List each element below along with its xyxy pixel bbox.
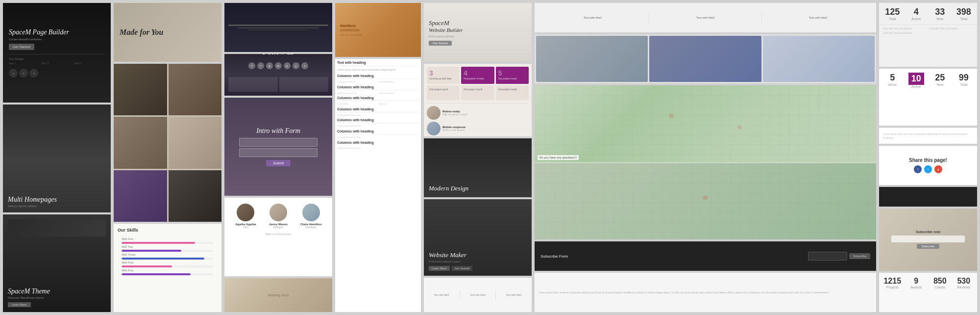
social-icon-3[interactable]: g: [266, 62, 273, 69]
subscribe-image-panel[interactable]: Subscribe now Subscribe: [879, 209, 977, 271]
social-icon-7[interactable]: v: [301, 62, 308, 69]
website-builder-panel[interactable]: SpaceM Website Builder Build amazing web…: [424, 3, 532, 62]
follow-us-title: Follow us: [263, 54, 294, 56]
maker-btn-1[interactable]: Learn More: [429, 266, 450, 271]
footer-text: Lorem ipsum dolor sit amet consectetur a…: [539, 290, 872, 294]
team-section: Retina ready High resolution support Mob…: [427, 103, 529, 136]
theme-btn[interactable]: Learn More: [8, 302, 31, 307]
subscribe-input[interactable]: [808, 252, 847, 261]
stat-mid-num-3: 25: [930, 73, 951, 83]
stat-mid-4: 99 Total: [953, 71, 976, 90]
column-4: NatWest •••• •••• •••• 1234 Text with he…: [335, 3, 421, 312]
steps-row-2: Get project result Get project result Ge…: [427, 85, 529, 100]
stats-header-panel: Text with title1 Text with title2 Text w…: [535, 3, 876, 32]
builder-btn[interactable]: Get Started: [429, 41, 452, 46]
strip-img-3: [763, 36, 875, 82]
design-item-1: Item 1: [9, 62, 39, 65]
svg-rect-0: [535, 85, 876, 162]
skill-bar-1: [122, 242, 214, 244]
made-for-you-panel[interactable]: Made for You: [114, 3, 221, 62]
header-divider-1: [649, 13, 649, 23]
our-skills-panel[interactable]: Our Skills Skill One Skill Two Skill Thr…: [114, 224, 221, 312]
social-icon-5[interactable]: p: [284, 62, 291, 69]
page-builder-title: SpaceM Page Builder: [9, 28, 105, 36]
stat-mid-2: 10 Active: [905, 71, 928, 90]
photo-grid-panel[interactable]: [114, 64, 221, 222]
svg-rect-3: [535, 163, 876, 240]
text-block-content: Lorem ipsum dolor sit amet consectetur a…: [883, 132, 973, 140]
portraits-row: Agatha Agatha CEO Jenny Mason Designer C…: [227, 201, 329, 232]
col-row-3: Lorem ipsum dolor sit: [337, 103, 419, 105]
social-icon-1[interactable]: f: [248, 62, 255, 69]
share-panel: Share this page! f t g: [879, 146, 977, 185]
dark-bar-panel: [879, 187, 977, 207]
col-labels-2: Cols with Text and Buttons: [883, 31, 973, 34]
header-line-2: [238, 27, 318, 28]
skill-bar-4: [122, 265, 214, 267]
col-lbl-a: Cols with Text and Buttons: [883, 27, 927, 30]
text-col-label-1: Text with title1: [426, 293, 458, 296]
maker-btn-2[interactable]: Get Started: [452, 266, 473, 271]
col-lbl-c: Cols with Text and Buttons: [883, 31, 927, 34]
final-lbl-1: Projects: [882, 286, 903, 289]
header-col-2: Text with title2: [651, 16, 760, 19]
column-7: 125 Total 4 Active 33 New 398 Total: [879, 3, 977, 312]
col-heading-2: Columns with heading: [337, 85, 419, 90]
thumb-2: [279, 77, 329, 92]
step-label-1: Coming up with idea: [429, 77, 457, 80]
subscribe2-btn[interactable]: Subscribe: [917, 244, 940, 249]
step-card-1: 3 Coming up with idea: [427, 67, 460, 84]
maps-panel[interactable]: Do you have any questions?: [535, 85, 876, 239]
multi-homepages-panel[interactable]: Multi Homepages Various layout options: [3, 105, 111, 212]
share-twitter[interactable]: t: [924, 165, 932, 173]
spacem-theme-panel[interactable]: SpaceM Theme Premium WordPress theme Lea…: [3, 214, 111, 312]
map-overlay-1: [535, 85, 876, 162]
website-maker-panel[interactable]: Website Maker Professional website creat…: [424, 199, 532, 276]
portrait-title-2: Designer: [263, 226, 294, 229]
portrait-circle-3: [302, 204, 320, 221]
office-panel[interactable]: Meeting room: [224, 278, 332, 312]
form-input-1[interactable]: [239, 138, 318, 147]
steps-row-1: 3 Coming up with idea 4 Realisation of i…: [427, 67, 529, 84]
form-input-2[interactable]: [239, 148, 318, 157]
dark-header-panel[interactable]: [224, 3, 332, 52]
team-row-2: Mobile response Works on all devices: [427, 122, 529, 135]
team-desc-2: Works on all devices: [442, 129, 466, 131]
content-text-1: Lorem ipsum dolor sit amet consectetur a…: [337, 68, 419, 72]
col-lbl-b: Cols with Text and Buttons: [929, 27, 973, 30]
process-steps-panel[interactable]: 3 Coming up with idea 4 Realisation of i…: [424, 64, 532, 136]
stat-top-4: 398 Total: [953, 5, 976, 23]
made-for-you-title: Made for You: [120, 28, 216, 37]
theme-screenshot: [8, 219, 106, 236]
subscribe2-input[interactable]: [891, 236, 965, 242]
grid-cell-4: [169, 117, 222, 168]
subscribe2-label: Subscribe now: [916, 230, 940, 234]
portrait-title-1: CEO: [230, 226, 261, 229]
final-stat-2: 9 Awards: [905, 275, 928, 291]
social-icon-6[interactable]: y: [293, 62, 299, 69]
column-6: Text with title1 Text with title2 Text w…: [535, 3, 876, 312]
map-1: Do you have any questions?: [535, 85, 876, 162]
subscribe-btn[interactable]: Subscribe: [849, 253, 870, 259]
form-submit-btn[interactable]: Submit: [266, 160, 291, 166]
modern-design-panel[interactable]: Modern Design: [424, 138, 532, 197]
website-builder-subtitle: Website Builder: [429, 27, 527, 33]
subscribe-bar-panel[interactable]: Subscribe Form Subscribe: [535, 241, 876, 271]
share-title: Share this page!: [909, 158, 947, 163]
people-panel[interactable]: Agatha Agatha CEO Jenny Mason Designer C…: [224, 198, 332, 276]
col-labels-row: Cols with Text and Buttons Cols with Tex…: [879, 25, 977, 36]
follow-us-panel[interactable]: Follow us f t g in p y v: [224, 54, 332, 96]
page-builder-panel[interactable]: SpaceM Page Builder Create beautiful web…: [3, 3, 111, 103]
intro-form-panel[interactable]: Intro with Form Submit: [224, 98, 332, 196]
strip-img-2: [649, 36, 761, 82]
page-builder-btn[interactable]: Get Started: [9, 44, 34, 50]
social-icon-2[interactable]: t: [257, 62, 264, 69]
content-panel[interactable]: Text with heading Lorem ipsum dolor sit …: [335, 59, 421, 312]
col-text-7: Lorem ipsum dolor sit amet: [337, 147, 419, 150]
social-icon-4[interactable]: in: [275, 62, 282, 69]
page-builder-subtitle: Create beautiful websites: [9, 38, 105, 41]
stats-grid-mid: 5 Items 10 Active 25 New 99 Total: [879, 69, 977, 92]
share-google[interactable]: g: [934, 165, 942, 173]
natwest-card-panel[interactable]: NatWest •••• •••• •••• 1234: [335, 3, 421, 57]
share-facebook[interactable]: f: [914, 165, 922, 173]
